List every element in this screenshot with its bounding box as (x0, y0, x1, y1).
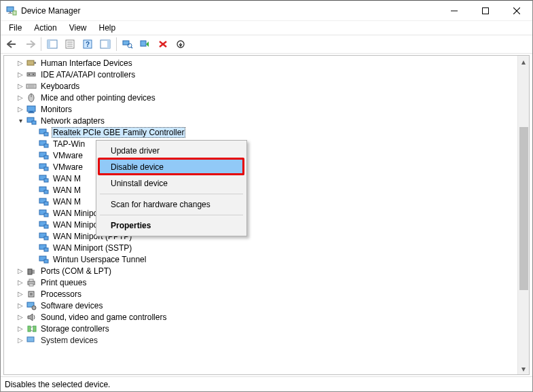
svg-rect-60 (44, 248, 48, 251)
expand-icon[interactable]: ▷ (16, 71, 24, 79)
tree-category-software[interactable]: ▷ Software devices (4, 300, 517, 311)
tree-item-vmware1[interactable]: VMware (4, 149, 517, 161)
svg-rect-56 (44, 225, 48, 228)
printer-icon (26, 277, 37, 288)
storage-icon (26, 323, 37, 334)
help-button[interactable]: ? (79, 37, 96, 52)
network-adapter-icon (38, 150, 49, 161)
expand-icon[interactable]: ▷ (16, 290, 24, 298)
scroll-track[interactable] (518, 67, 530, 363)
scan-hardware-button[interactable] (120, 37, 136, 52)
svg-line-19 (131, 47, 132, 48)
tree-category-system[interactable]: ▷ System devices (4, 334, 517, 346)
tree-item-wanm1[interactable]: WAN M (4, 173, 517, 184)
svg-rect-42 (44, 144, 48, 147)
tree-label: TAP-Win (52, 139, 86, 149)
tree-category-hid[interactable]: ▷ Human Interface Devices (4, 57, 517, 69)
expand-icon[interactable]: ▷ (16, 105, 24, 113)
network-adapter-icon (38, 185, 49, 196)
expand-icon[interactable]: ▷ (16, 336, 24, 344)
context-menu: Update driver Disable device Uninstall d… (96, 140, 247, 236)
menu-view[interactable]: View (64, 22, 92, 34)
collapse-icon[interactable]: ▾ (16, 117, 24, 125)
scroll-down-button[interactable]: ▾ (518, 363, 530, 374)
tree-item-tapwin[interactable]: TAP-Win (4, 138, 517, 149)
tree-category-ports[interactable]: ▷ Ports (COM & LPT) (4, 265, 517, 277)
forward-button[interactable] (22, 37, 38, 52)
properties-button[interactable] (62, 37, 78, 52)
maximize-button[interactable] (470, 1, 501, 21)
vertical-scrollbar[interactable]: ▴ ▾ (517, 56, 529, 374)
tree-category-mice[interactable]: ▷ Mice and other pointing devices (4, 92, 517, 103)
expand-icon[interactable]: ▷ (16, 82, 24, 90)
tree-item-wanm3[interactable]: WAN M (4, 196, 517, 207)
minimize-button[interactable] (439, 1, 470, 21)
expand-icon[interactable]: ▷ (16, 302, 24, 310)
expand-icon[interactable]: ▷ (16, 94, 24, 102)
monitor-icon (26, 104, 37, 115)
uninstall-device-button[interactable] (155, 37, 171, 52)
scroll-thumb[interactable] (519, 127, 528, 290)
tree-label: Realtek PCIe GBE Family Controller (52, 127, 185, 138)
back-button[interactable] (4, 37, 20, 52)
expand-icon[interactable]: ▷ (16, 267, 24, 275)
svg-rect-2 (8, 13, 12, 14)
enable-device-button[interactable] (137, 37, 153, 52)
tree-label: Sound, video and game controllers (39, 313, 168, 322)
disable-device-button[interactable] (172, 37, 189, 52)
tree-category-storage[interactable]: ▷ Storage controllers (4, 323, 517, 334)
tree-category-monitors[interactable]: ▷ Monitors (4, 103, 517, 115)
tree-item-wan-networkmonitor[interactable]: WAN Miniport (Network Monitor) (4, 207, 517, 219)
network-adapter-icon (38, 162, 49, 173)
svg-rect-63 (28, 269, 32, 274)
ctx-scan-hardware[interactable]: Scan for hardware changes (98, 196, 244, 213)
svg-rect-52 (44, 202, 48, 205)
svg-text:?: ? (86, 41, 90, 48)
tree-category-sound[interactable]: ▷ Sound, video and game controllers (4, 311, 517, 323)
tree-category-network[interactable]: ▾ Network adapters (4, 115, 517, 126)
ctx-disable-device[interactable]: Disable device (98, 159, 244, 175)
ctx-update-driver[interactable]: Update driver (98, 143, 244, 159)
expand-icon[interactable]: ▷ (16, 313, 24, 321)
svg-point-70 (32, 306, 36, 310)
hid-icon (26, 58, 37, 69)
svg-rect-71 (28, 326, 31, 332)
tree-category-processors[interactable]: ▷ Processors (4, 288, 517, 300)
menu-action[interactable]: Action (29, 22, 62, 34)
tree-item-realtek[interactable]: Realtek PCIe GBE Family Controller (4, 126, 517, 138)
tree-label: Mice and other pointing devices (39, 93, 157, 103)
ports-icon (26, 266, 37, 277)
svg-rect-40 (44, 132, 48, 136)
tree-item-wan-pppoe[interactable]: WAN Miniport (PPPOE) (4, 219, 517, 230)
svg-rect-20 (141, 41, 146, 46)
device-tree[interactable]: ▷ Human Interface Devices ▷ IDE ATA/ATAP… (4, 56, 517, 374)
action-pane-button[interactable] (97, 37, 113, 52)
tree-label: WAN M (52, 197, 82, 207)
expand-icon[interactable]: ▷ (16, 279, 24, 287)
scroll-up-button[interactable]: ▴ (518, 56, 530, 67)
ctx-uninstall-device[interactable]: Uninstall device (98, 175, 244, 192)
network-adapter-icon (38, 231, 49, 242)
network-adapter-icon (38, 127, 49, 138)
tree-category-printqueues[interactable]: ▷ Print queues (4, 277, 517, 288)
tree-item-wanm2[interactable]: WAN M (4, 184, 517, 196)
tree-label: WAN Miniport (SSTP) (52, 243, 133, 253)
show-hide-console-tree-button[interactable] (44, 37, 60, 52)
svg-rect-36 (29, 112, 34, 113)
menu-file[interactable]: File (3, 22, 27, 34)
menu-help[interactable]: Help (94, 22, 122, 34)
close-button[interactable] (501, 1, 532, 21)
tree-category-keyboards[interactable]: ▷ Keyboards (4, 80, 517, 92)
expand-icon[interactable]: ▷ (16, 325, 24, 333)
tree-item-wintun[interactable]: Wintun Userspace Tunnel (4, 253, 517, 265)
tree-item-wan-pptp[interactable]: WAN Miniport (PPTP) (4, 230, 517, 242)
tree-item-vmware2[interactable]: VMware (4, 161, 517, 173)
tree-item-wan-sstp[interactable]: WAN Miniport (SSTP) (4, 242, 517, 253)
tree-category-ide[interactable]: ▷ IDE ATA/ATAPI controllers (4, 69, 517, 80)
network-adapter-icon (38, 208, 49, 219)
sound-icon (26, 312, 37, 323)
svg-rect-46 (44, 167, 48, 171)
expand-icon[interactable]: ▷ (16, 59, 24, 67)
ctx-properties[interactable]: Properties (98, 217, 244, 234)
network-adapter-icon (38, 254, 49, 265)
